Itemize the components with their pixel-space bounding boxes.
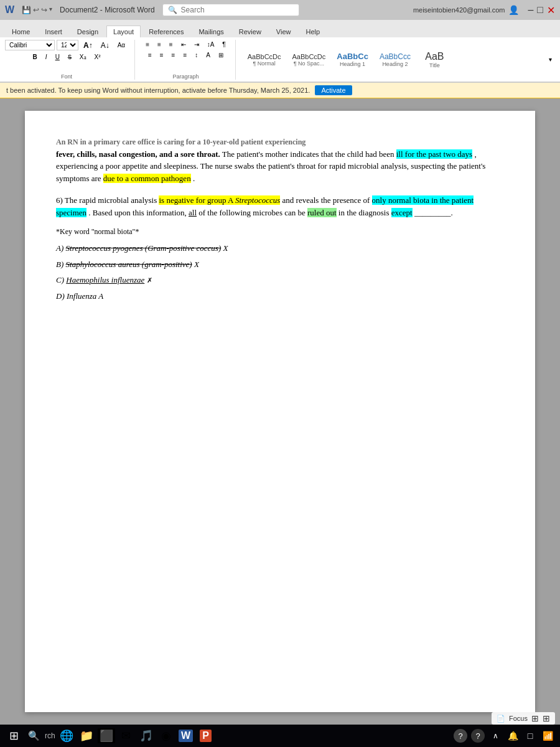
font-selector[interactable]: Calibri (5, 40, 55, 50)
question-mid: and reveals the presence of (282, 195, 372, 205)
multilevel-btn[interactable]: ≡ (166, 40, 176, 49)
tab-layout[interactable]: Layout (106, 26, 141, 37)
style-normal-preview: AaBbCcDc (248, 53, 281, 60)
align-left-btn[interactable]: ≡ (145, 50, 155, 60)
taskbar-store[interactable]: ⬛ (98, 727, 115, 745)
tab-view[interactable]: View (269, 26, 298, 37)
tab-mailings[interactable]: Mailings (192, 26, 230, 37)
question-blank: _________. (414, 208, 453, 217)
strikethrough-btn[interactable]: S̶ (65, 52, 75, 62)
period1: . (193, 174, 195, 183)
bullets-btn[interactable]: ≡ (142, 40, 152, 49)
help-icon[interactable]: ? (453, 728, 468, 743)
superscript-btn[interactable]: X² (91, 52, 104, 62)
grid-icon[interactable]: ⊞ (543, 713, 550, 723)
undo-icon[interactable]: ↩ (33, 6, 39, 14)
highlight-ill: ill for the past two days (396, 149, 472, 159)
shrink-font-btn[interactable]: A↓ (98, 40, 113, 51)
wifi-icon[interactable]: 📶 (540, 728, 555, 743)
windows-logo-btn[interactable]: ⊞ (5, 727, 22, 745)
document-page[interactable]: An RN in a primary care office is caring… (25, 111, 535, 712)
increase-indent-btn[interactable]: ⇥ (191, 40, 202, 49)
style-nospace[interactable]: AaBbCcDc ¶ No Spac... (288, 51, 330, 68)
activation-bar: t been activated. To keep using Word wit… (0, 83, 560, 98)
align-center-btn[interactable]: ≡ (157, 50, 167, 60)
subscript-btn[interactable]: X₂ (77, 52, 90, 62)
style-title-preview: AaB (425, 51, 444, 62)
ribbon-tabs: Home Insert Design Layout References Mai… (0, 20, 560, 37)
justify-btn[interactable]: ≡ (180, 50, 190, 60)
focus-label: Focus (509, 715, 528, 722)
close-taskbar-icon[interactable]: □ (523, 728, 538, 743)
taskbar-folder[interactable]: 📁 (78, 727, 95, 745)
taskbar-chrome[interactable]: ◉ (157, 727, 175, 745)
quick-access-toolbar[interactable]: 💾 ↩ ↪ ▾ (22, 6, 52, 14)
redo-icon[interactable]: ↪ (41, 6, 47, 14)
tab-help[interactable]: Help (299, 26, 327, 37)
close-btn[interactable]: ✕ (547, 4, 555, 16)
style-nospace-label: ¶ No Spac... (294, 60, 324, 67)
decrease-indent-btn[interactable]: ⇤ (178, 40, 189, 49)
style-heading1-preview: AaBbCc (337, 52, 368, 61)
tab-home[interactable]: Home (5, 26, 37, 37)
borders-btn[interactable]: ⊞ (215, 50, 226, 60)
taskbar-powerpoint[interactable]: P (197, 727, 215, 745)
style-heading2-label: Heading 2 (382, 61, 408, 67)
styles-pane-btn[interactable]: ▾ (546, 55, 555, 64)
style-heading1-label: Heading 1 (340, 61, 365, 67)
style-heading2[interactable]: AaBbCcc Heading 2 (375, 50, 415, 69)
highlight-except: except (391, 208, 413, 217)
font-size-selector[interactable]: 12 (57, 40, 78, 50)
document-area: An RN in a primary care office is caring… (0, 98, 560, 725)
ribbon-content: Calibri 12 A↑ A↓ Aα B I U S̶ X₂ X² Font (0, 37, 560, 82)
option-d: D) Influenza A (56, 290, 504, 303)
search-input[interactable] (181, 6, 281, 14)
underline-btn[interactable]: U (52, 52, 63, 62)
line-spacing-btn[interactable]: ↕ (192, 50, 201, 60)
search-text: rch (45, 731, 55, 740)
notification-icon[interactable]: 🔔 (505, 728, 520, 743)
chevron-up-icon[interactable]: ∧ (488, 728, 503, 743)
tab-review[interactable]: Review (232, 26, 268, 37)
question-icon[interactable]: ? (470, 728, 485, 743)
tab-insert[interactable]: Insert (38, 26, 69, 37)
search-taskbar[interactable]: 🔍 (25, 727, 42, 745)
style-heading1[interactable]: AaBbCc Heading 1 (332, 50, 373, 69)
app-icon-area: W (5, 4, 14, 16)
font-group: Calibri 12 A↑ A↓ Aα B I U S̶ X₂ X² Font (5, 40, 135, 80)
sort-btn[interactable]: ↕A (204, 40, 218, 49)
show-para-btn[interactable]: ¶ (219, 40, 228, 49)
minimize-btn[interactable]: – (528, 4, 533, 16)
dropdown-icon[interactable]: ▾ (49, 6, 52, 14)
paragraph-group-label: Paragraph (172, 73, 198, 80)
shading-btn[interactable]: A (203, 50, 213, 60)
tab-design[interactable]: Design (70, 26, 105, 37)
align-right-btn[interactable]: ≡ (169, 50, 179, 60)
clear-format-btn[interactable]: Aα (114, 40, 128, 50)
activate-button[interactable]: Activate (315, 85, 352, 95)
style-title[interactable]: AaB Title (418, 49, 452, 70)
intro-paragraph: An RN in a primary care office is caring… (56, 136, 504, 184)
ribbon: Home Insert Design Layout References Mai… (0, 20, 560, 83)
search-icon: 🔍 (168, 6, 177, 14)
italic-btn[interactable]: I (42, 52, 50, 62)
save-icon[interactable]: 💾 (22, 6, 31, 14)
grow-font-btn[interactable]: A↑ (80, 40, 96, 51)
taskbar-word[interactable]: W (177, 727, 195, 745)
option-b: B) Staphylococcus aureus (gram-positive)… (56, 258, 504, 271)
view-icon[interactable]: ⊞ (531, 713, 539, 723)
search-box[interactable]: 🔍 (162, 4, 299, 16)
tab-references[interactable]: References (142, 26, 190, 37)
numbering-btn[interactable]: ≡ (154, 40, 164, 49)
styles-group: AaBbCcDc ¶ Normal AaBbCcDc ¶ No Spac... … (243, 49, 555, 70)
user-icon[interactable]: 👤 (508, 5, 519, 15)
style-normal[interactable]: AaBbCcDc ¶ Normal (243, 51, 286, 68)
alignment-tools: ≡ ≡ ≡ ≡ ↕ A ⊞ (145, 50, 226, 60)
question-end: . Based upon this information, all of th… (88, 208, 307, 217)
taskbar-mail[interactable]: ✉ (118, 727, 135, 745)
bold-btn[interactable]: B (30, 52, 40, 62)
taskbar-headphone[interactable]: 🎵 (138, 727, 155, 745)
taskbar-edge[interactable]: 🌐 (58, 727, 75, 745)
style-heading2-preview: AaBbCcc (380, 52, 411, 61)
maximize-btn[interactable]: □ (537, 4, 543, 16)
